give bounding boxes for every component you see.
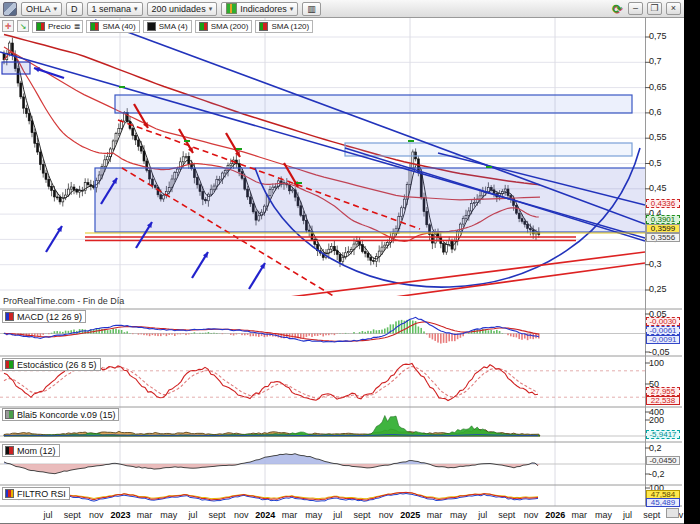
mom-axis-tick: 0,2	[649, 444, 681, 453]
indicator-icon	[5, 489, 14, 498]
panel-title: Estocástico (26 8 5)	[17, 360, 97, 370]
chevron-down-icon: ▾	[54, 3, 58, 15]
price-axis-tick: 0,6	[649, 108, 681, 117]
watermark: ProRealTime.com - Fin de Día	[3, 296, 124, 306]
price-axis-tick: 0,3	[649, 260, 681, 269]
desktop-background	[684, 0, 700, 524]
sma-color-icon	[199, 22, 208, 31]
pan-tool-icon[interactable]: ✛	[2, 20, 14, 32]
units-selector[interactable]: 200 unidades ▾	[147, 2, 218, 16]
rsi-value-tag: 45,489	[646, 498, 680, 507]
indicators-label: Indicadores	[240, 3, 287, 15]
indicator-icon	[5, 410, 14, 419]
panel-title: Mom (12)	[17, 446, 56, 456]
macd-value-tag: -0,0030	[646, 317, 680, 326]
panel-label-mom[interactable]: Mom (12)	[2, 444, 60, 457]
sma-label: SMA (200)	[211, 22, 249, 31]
price-value-tag: 0,3556	[646, 233, 680, 242]
price-label: Precio	[48, 22, 71, 31]
chart-canvas[interactable]	[0, 18, 682, 524]
units-label: 200 unidades	[152, 3, 206, 15]
price-axis-tick: 0,5	[649, 159, 681, 168]
sma-label: SMA (120)	[271, 22, 309, 31]
daily-button[interactable]: D	[66, 2, 83, 16]
macd-value-tag: -0,0091	[646, 335, 680, 344]
price-axis-tick: 0,45	[649, 184, 681, 193]
mom-value-tag: -0,0450	[646, 456, 680, 465]
timeframe-selector[interactable]: 1 semana ▾	[87, 2, 143, 16]
screen: OHLA ▾ D 1 semana ▾ 200 unidades ▾ Indic…	[0, 0, 700, 524]
indicators-chart-icon	[226, 3, 237, 14]
price-value-tag: 0,3901	[646, 215, 680, 224]
candlestick-icon	[36, 22, 45, 31]
sma-color-icon	[259, 22, 268, 31]
timeframe-label: 1 semana	[92, 3, 132, 15]
refresh-icon[interactable]: ⟳	[612, 2, 622, 16]
legend-item-sma[interactable]: SMA (4)	[143, 20, 192, 33]
panel-title: Blai5 Koncorde v.09 (15)	[17, 410, 115, 420]
chevron-down-icon: ▾	[209, 3, 213, 15]
macd-value-tag: -0,0061	[646, 326, 680, 335]
panel-label-macd[interactable]: MACD (12 26 9)	[2, 310, 86, 323]
indicator-icon	[5, 446, 14, 455]
price-value-tag: 0,4336	[646, 199, 680, 208]
symbol-selector[interactable]: OHLA ▾	[21, 2, 62, 16]
minimize-button[interactable]: –	[628, 2, 643, 15]
sma-label: SMA (4)	[159, 22, 188, 31]
sma-color-icon	[147, 22, 156, 31]
mom-axis-tick: -0,2	[649, 470, 681, 479]
legend-item-sma[interactable]: SMA (200)	[195, 20, 253, 33]
close-button[interactable]: ×	[666, 2, 681, 15]
axis-corner-widget[interactable]	[666, 508, 679, 518]
price-legend: ✛ ↘ Precio ≣ SMA (40)SMA (4)SMA (200)SMA…	[2, 20, 313, 32]
sma-label: SMA (40)	[102, 22, 135, 31]
panel-title: MACD (12 26 9)	[17, 312, 82, 322]
app-icon	[3, 2, 17, 16]
panel-label-stoch[interactable]: Estocástico (26 8 5)	[2, 358, 101, 371]
prorealtime-window: OHLA ▾ D 1 semana ▾ 200 unidades ▾ Indic…	[0, 0, 684, 524]
indicators-button[interactable]: Indicadores ▾	[221, 2, 298, 16]
price-axis-tick: 0,75	[649, 32, 681, 41]
macd-axis-tick: -0,05	[649, 348, 681, 357]
koncorde-axis-tick: 200	[649, 416, 681, 425]
legend-item-sma[interactable]: SMA (40)	[86, 20, 139, 33]
stoch-value-tag: 27,955	[646, 387, 680, 396]
price-axis-tick: 0,25	[649, 285, 681, 294]
legend-item-sma[interactable]: SMA (120)	[255, 20, 313, 33]
panel-title: FILTRO RSI	[17, 489, 66, 499]
symbol-label: OHLA	[26, 3, 51, 15]
koncorde-value-tag: -5,9417	[646, 430, 680, 439]
titlebar: OHLA ▾ D 1 semana ▾ 200 unidades ▾ Indic…	[0, 0, 684, 18]
indicator-icon	[5, 312, 14, 321]
price-axis-tick: 0,65	[649, 83, 681, 92]
stoch-axis-tick: 100	[649, 359, 681, 368]
list-icon: ≣	[74, 22, 80, 31]
sma-color-icon	[90, 22, 99, 31]
chevron-down-icon: ▾	[134, 3, 138, 15]
fit-view-icon[interactable]: ↘	[17, 20, 29, 32]
indicator-icon	[5, 360, 14, 369]
legend-price[interactable]: Precio ≣	[32, 20, 83, 33]
maximize-button[interactable]: ❐	[647, 2, 662, 15]
price-axis-tick: 0,7	[649, 57, 681, 66]
price-axis-tick: 0,55	[649, 133, 681, 142]
price-value-tag: 0,3599	[646, 224, 680, 233]
stoch-value-tag: 22,538	[646, 396, 680, 405]
chevron-down-icon: ▾	[290, 3, 294, 15]
panel-label-koncorde[interactable]: Blai5 Koncorde v.09 (15)	[2, 408, 119, 421]
panel-label-rsi[interactable]: FILTRO RSI	[2, 487, 70, 500]
columns-button[interactable]: ▥	[302, 2, 321, 16]
